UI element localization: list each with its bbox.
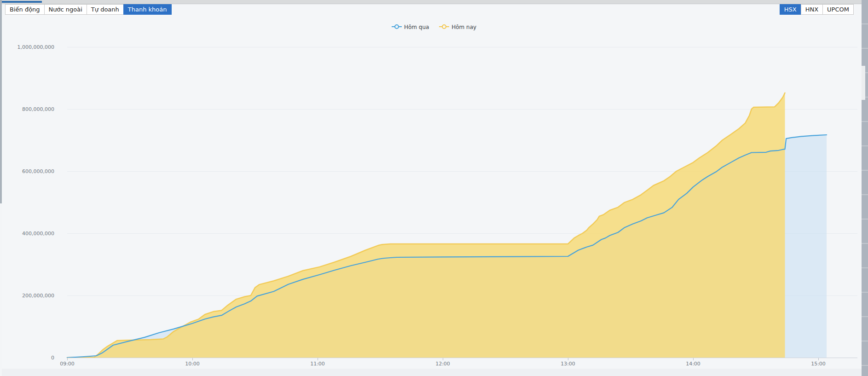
hom-nay-area [67, 93, 785, 358]
y-tick-label: 1,000,000,000 [17, 44, 54, 50]
legend-label-hom-qua: Hôm qua [404, 24, 429, 30]
x-tick-label: 12:00 [435, 361, 450, 367]
button-hsx[interactable]: HSX [780, 4, 801, 15]
x-tick-label: 14:00 [686, 361, 700, 367]
liquidity-chart[interactable]: 09:0010:0011:0012:0013:0014:0015:000200,… [0, 0, 868, 376]
button-hnx[interactable]: HNX [801, 4, 823, 15]
y-tick-label: 600,000,000 [22, 168, 54, 174]
x-tick-label: 13:00 [561, 361, 575, 367]
x-tick-label: 11:00 [310, 361, 325, 367]
legend-item-hom-nay[interactable]: Hôm nay [439, 24, 476, 30]
button-upcom[interactable]: UPCOM [822, 4, 854, 15]
top-scroll-indicator [1, 1, 42, 3]
x-tick-label: 15:00 [811, 361, 826, 367]
top-scroll-strip [0, 0, 868, 4]
left-edge-gutter [0, 0, 2, 203]
x-tick-label: 10:00 [185, 361, 200, 367]
x-tick-label: 09:00 [60, 361, 75, 367]
hom-nay-marker-icon [439, 24, 449, 29]
x-axis: 09:0010:0011:0012:0013:0014:0015:00 [60, 358, 857, 367]
tab-nuoc-ngoai[interactable]: Nước ngoài [44, 4, 87, 15]
chart-type-tabs: Biến độngNước ngoàiTự doanhThanh khoản [5, 4, 172, 15]
vertical-scrollbar[interactable] [862, 0, 868, 376]
scrollbar-thumb[interactable] [862, 66, 865, 100]
y-tick-label: 200,000,000 [22, 293, 54, 299]
tab-thanh-khoan[interactable]: Thanh khoản [123, 4, 172, 15]
exchange-buttons: HSXHNXUPCOM [780, 4, 854, 15]
y-tick-label: 400,000,000 [22, 231, 54, 237]
hom-qua-marker-icon [392, 24, 402, 29]
y-tick-label: 800,000,000 [22, 106, 54, 112]
y-axis: 0200,000,000400,000,000600,000,000800,00… [17, 44, 54, 361]
chart-legend: Hôm qua Hôm nay [0, 24, 868, 30]
tab-bien-dong[interactable]: Biến động [5, 4, 45, 15]
legend-item-hom-qua[interactable]: Hôm qua [392, 24, 429, 30]
tab-tu-doanh[interactable]: Tự doanh [87, 4, 124, 15]
legend-label-hom-nay: Hôm nay [451, 24, 476, 30]
y-tick-label: 0 [51, 355, 54, 361]
